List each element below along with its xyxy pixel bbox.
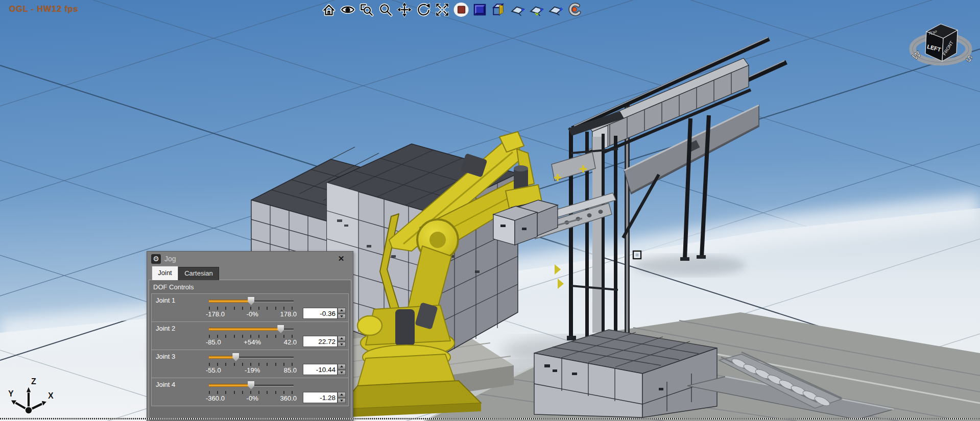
tab-cartesian[interactable]: Cartesian [178, 267, 219, 280]
jog-content-panel: DOF Controls Joint 1 -178.0 -0% 178.0 Jo… [149, 280, 351, 421]
spin-up-button[interactable] [338, 308, 346, 313]
slider-ticks [209, 307, 293, 310]
spin-up-button[interactable] [338, 336, 346, 341]
range-max: 42.0 [284, 338, 297, 346]
joint-label: Joint 4 [156, 381, 175, 388]
joint-2-value-input[interactable] [303, 336, 338, 347]
axis-label-y: Y [8, 389, 14, 398]
viewport-focus-outline [0, 418, 980, 419]
open-box-icon[interactable] [491, 2, 507, 18]
joint-2-spinner [338, 336, 346, 347]
joint-4-value-input[interactable] [303, 392, 338, 403]
joint-3-value-input[interactable] [303, 364, 338, 375]
gear-icon: ⚙ [151, 254, 161, 264]
3d-viewport[interactable]: OGL - HW12 fps [0, 0, 980, 421]
slider-thumb[interactable] [277, 325, 284, 333]
clip-plane-y-icon[interactable] [529, 2, 545, 18]
fit-view-icon[interactable] [434, 2, 450, 18]
joint-row-2: Joint 2 -85.0 +54% 42.0 [151, 321, 349, 350]
range-pct: -0% [247, 310, 258, 318]
view-toolbar [321, 2, 583, 18]
axis-label-x: X [48, 391, 54, 400]
range-pct: -0% [247, 394, 258, 402]
center-of-rotation-icon[interactable] [566, 2, 583, 18]
slider-thumb[interactable] [248, 297, 254, 305]
home-icon[interactable] [321, 2, 337, 18]
zoom-window-icon[interactable] [358, 2, 375, 18]
range-min: -360.0 [206, 394, 225, 402]
joint-4-slider[interactable] [209, 381, 294, 390]
clip-plane-x-icon[interactable] [510, 2, 526, 18]
range-max: 85.0 [284, 366, 297, 374]
zoom-icon[interactable] [377, 2, 394, 18]
joint-row-3: Joint 3 -55.0 -19% 85.0 [151, 350, 349, 378]
group-title: DOF Controls [149, 280, 351, 293]
close-icon[interactable]: ✕ [337, 254, 346, 263]
joint-4-spinner [338, 392, 346, 403]
slider-ticks [209, 391, 293, 394]
snap-point-marker[interactable] [633, 251, 641, 259]
pan-icon[interactable] [396, 2, 413, 18]
jog-titlebar[interactable]: ⚙ Jog ✕ [147, 252, 353, 266]
view-cube[interactable]: TOP LEFT FRONT W S [908, 14, 979, 69]
fps-counter: OGL - HW12 fps [9, 5, 79, 14]
spin-up-button[interactable] [338, 392, 346, 398]
spin-down-button[interactable] [338, 370, 346, 376]
eye-icon[interactable] [340, 2, 356, 18]
tab-joint[interactable]: Joint [152, 266, 178, 280]
slider-thumb[interactable] [248, 381, 254, 389]
jog-dialog[interactable]: ⚙ Jog ✕ Joint Cartesian DOF Controls Joi… [147, 251, 353, 421]
joint-row-4: Joint 4 -360.0 -0% 360.0 [151, 378, 349, 406]
blue-square-icon[interactable] [472, 2, 488, 18]
dialog-title: Jog [164, 255, 176, 263]
joint-label: Joint 1 [156, 296, 175, 304]
joint-2-slider[interactable] [209, 325, 294, 334]
spin-down-button[interactable] [338, 398, 346, 404]
slider-ticks [209, 335, 293, 338]
record-icon[interactable] [453, 2, 469, 18]
joint-label: Joint 3 [156, 353, 175, 360]
range-min: -178.0 [206, 310, 225, 318]
spin-down-button[interactable] [338, 342, 346, 348]
range-max: 178.0 [280, 310, 297, 318]
joint-1-value-input[interactable] [303, 308, 338, 319]
joint-row-1: Joint 1 -178.0 -0% 178.0 [151, 293, 349, 322]
joint-3-slider[interactable] [209, 353, 294, 362]
range-max: 360.0 [280, 394, 297, 402]
slider-ticks [209, 363, 293, 366]
joint-1-spinner [338, 308, 346, 319]
range-min: -85.0 [206, 338, 221, 346]
joint-label: Joint 2 [156, 325, 175, 332]
range-pct: -19% [245, 366, 260, 374]
range-pct: +54% [244, 338, 261, 346]
axis-triad: Z Y X [3, 374, 59, 421]
rotate-view-icon[interactable] [415, 2, 432, 18]
joint-1-slider[interactable] [209, 297, 294, 306]
slider-thumb[interactable] [232, 353, 239, 361]
axis-label-z: Z [31, 377, 36, 386]
spin-down-button[interactable] [338, 314, 346, 319]
spin-up-button[interactable] [338, 364, 346, 369]
joint-3-spinner [338, 364, 346, 375]
clip-plane-z-icon[interactable] [547, 2, 564, 18]
range-min: -55.0 [206, 366, 221, 374]
